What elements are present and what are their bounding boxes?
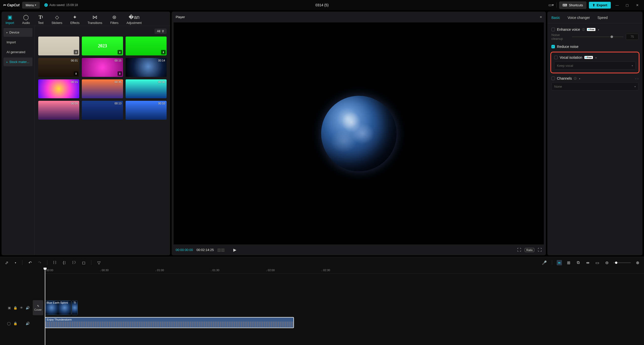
- video-track: ▣ 🔒 👁 🔊 ✎ Cover Blue Earth Spinni Tl: [0, 299, 644, 317]
- filter-all[interactable]: All ⚲: [155, 28, 167, 34]
- eye-icon[interactable]: 👁: [20, 306, 23, 310]
- media-thumb[interactable]: 00:30: [126, 79, 167, 98]
- mute-icon[interactable]: 🔊: [26, 306, 30, 310]
- tab-adjustment[interactable]: �anAdjustment: [127, 14, 142, 25]
- info-icon[interactable]: ⓘ: [574, 77, 577, 80]
- split-right-tool[interactable]: ⧙⟩: [71, 260, 77, 266]
- fullscreen-icon[interactable]: ⛶: [538, 248, 542, 252]
- minimize-button[interactable]: —: [613, 1, 621, 9]
- collapse-icon[interactable]: ▴: [598, 28, 599, 31]
- scan-icon[interactable]: ⛶: [517, 248, 521, 252]
- mic-button[interactable]: 🎤: [541, 260, 547, 266]
- collapse-icon[interactable]: ▴: [595, 56, 597, 59]
- link-tool[interactable]: ⧉: [575, 260, 581, 266]
- close-button[interactable]: ✕: [633, 1, 641, 9]
- media-thumb[interactable]: 00:35: [82, 79, 123, 98]
- media-thumb[interactable]: 00:09: [38, 101, 79, 120]
- tab-text[interactable]: TIText: [38, 14, 44, 25]
- maximize-button[interactable]: ▢: [623, 1, 631, 9]
- media-thumb[interactable]: ⬇: [38, 37, 79, 55]
- download-icon[interactable]: ⬇: [118, 71, 122, 76]
- preview-tool[interactable]: ▭: [594, 260, 600, 266]
- vocal-isolation-label: Vocal isolation: [560, 55, 582, 59]
- download-icon[interactable]: ⬇: [118, 50, 122, 54]
- magnet-tool[interactable]: ⬌: [557, 260, 562, 265]
- prev-arrow[interactable]: ‹: [635, 77, 636, 80]
- tab-stickers[interactable]: ◇Stickers: [52, 14, 62, 25]
- audio-clip[interactable]: Enjoy Thunderstorm: [45, 317, 294, 328]
- redo-button[interactable]: ↷: [36, 260, 43, 266]
- split-tool[interactable]: ⧙⧘: [52, 260, 58, 266]
- player-controls: 00:00:00:00 00:02:14:25 ▥▥ ▶ ⛶ Ratio ⛶: [172, 244, 546, 255]
- media-thumb[interactable]: 00:31⬇: [38, 58, 79, 77]
- shortcuts-button[interactable]: ⌨ Shortcuts: [559, 2, 586, 9]
- media-thumb[interactable]: 00:10: [126, 101, 167, 120]
- duration-label: 00:31: [71, 59, 78, 62]
- chevron-down-icon: ▾: [632, 64, 633, 67]
- tab-speed[interactable]: Speed: [597, 12, 611, 23]
- selection-tool[interactable]: ⬀: [4, 260, 10, 266]
- timeline-toolbar: ⬀ ▾ ↶ ↷ ⧙⧘ ⟨⧘ ⧙⟩ ◻ ▽ 🎤 ⬌ ⊞ ⧉ ⇹ ▭ ⊖ ⊕: [0, 257, 644, 268]
- tab-filters[interactable]: ⊛Filters: [110, 14, 119, 25]
- timeline-ruler[interactable]: 00:0000:3001:0001:3002:0002:30: [45, 268, 644, 274]
- marker-tool[interactable]: ▽: [96, 260, 102, 266]
- crop-tool[interactable]: ◻: [81, 260, 87, 266]
- media-thumb[interactable]: 00:15⬇: [82, 58, 123, 77]
- mute-icon[interactable]: 🔊: [26, 322, 30, 325]
- media-thumb[interactable]: 00:14: [126, 58, 167, 77]
- layout-icon[interactable]: ▭▾: [548, 3, 554, 7]
- sidebar-item-import[interactable]: Import: [4, 38, 32, 47]
- media-thumb[interactable]: 00:15: [38, 79, 79, 98]
- tab-audio[interactable]: ◯Audio: [22, 14, 30, 25]
- channels-checkbox[interactable]: [551, 77, 555, 80]
- media-thumb[interactable]: 2023⬇: [82, 37, 123, 55]
- tab-basic[interactable]: Basic: [551, 12, 563, 23]
- info-icon[interactable]: ⓘ: [582, 28, 585, 32]
- sidebar-item-stock[interactable]: ▸Stock mater...: [4, 57, 32, 66]
- tab-transitions[interactable]: ⋈Transitions: [88, 14, 102, 25]
- lock-icon[interactable]: 🔒: [13, 322, 17, 325]
- media-thumb[interactable]: 00:13: [82, 101, 123, 120]
- zoom-in-button[interactable]: ⊕: [634, 260, 640, 266]
- sidebar-item-ai[interactable]: AI generated: [4, 48, 32, 56]
- media-thumb[interactable]: ⬇: [126, 37, 167, 55]
- collapse-icon[interactable]: ▴: [579, 77, 580, 80]
- next-arrow[interactable]: ›: [637, 77, 638, 80]
- player-menu-icon[interactable]: ≡: [540, 15, 542, 19]
- play-button[interactable]: ▶: [233, 247, 236, 252]
- zoom-slider[interactable]: [613, 262, 631, 263]
- channels-dropdown[interactable]: None ▾: [551, 82, 638, 90]
- tool-dropdown[interactable]: ▾: [13, 260, 18, 266]
- zoom-out-button[interactable]: ⊖: [604, 260, 610, 266]
- download-icon[interactable]: ⬇: [74, 71, 78, 76]
- noise-cleanup-slider[interactable]: [572, 37, 623, 37]
- undo-button[interactable]: ↶: [27, 260, 33, 266]
- video-clip-2[interactable]: Tl: [72, 300, 78, 315]
- menu-button[interactable]: Menu ▾: [22, 2, 40, 9]
- vocal-isolation-dropdown[interactable]: Keep vocal ▾: [554, 61, 636, 70]
- noise-cleanup-value[interactable]: 75: [626, 34, 638, 40]
- player-panel: Player ≡ 00:00:00:00 00:02:14:25 ▥▥ ▶ ⛶ …: [172, 12, 546, 255]
- tab-import[interactable]: ▣Import: [6, 14, 14, 25]
- snap-tool[interactable]: ⊞: [565, 260, 572, 266]
- download-icon[interactable]: ⬇: [74, 50, 78, 54]
- video-clip[interactable]: Blue Earth Spinni: [45, 300, 71, 315]
- player-viewport[interactable]: [174, 22, 544, 244]
- compare-icon[interactable]: ▥▥: [217, 247, 225, 252]
- stickers-icon: ◇: [55, 14, 59, 20]
- tab-effects[interactable]: ✦Effects: [70, 14, 79, 25]
- download-icon[interactable]: ⬇: [161, 50, 166, 54]
- playhead[interactable]: [45, 268, 45, 345]
- lock-icon[interactable]: 🔒: [13, 306, 17, 310]
- split-left-tool[interactable]: ⟨⧘: [61, 260, 67, 266]
- tab-voice-changer[interactable]: Voice changer: [567, 12, 593, 23]
- cover-button[interactable]: ✎ Cover: [33, 300, 43, 315]
- vocal-isolation-checkbox[interactable]: [554, 56, 558, 59]
- align-tool[interactable]: ⇹: [585, 260, 591, 266]
- sidebar-item-device[interactable]: ▸Device: [4, 28, 32, 37]
- reduce-noise-checkbox[interactable]: ✓: [551, 45, 555, 48]
- filters-icon: ⊛: [112, 14, 117, 20]
- ratio-button[interactable]: Ratio: [525, 248, 534, 252]
- enhance-voice-checkbox[interactable]: [551, 28, 555, 31]
- export-button[interactable]: ⬆ Export: [589, 2, 611, 9]
